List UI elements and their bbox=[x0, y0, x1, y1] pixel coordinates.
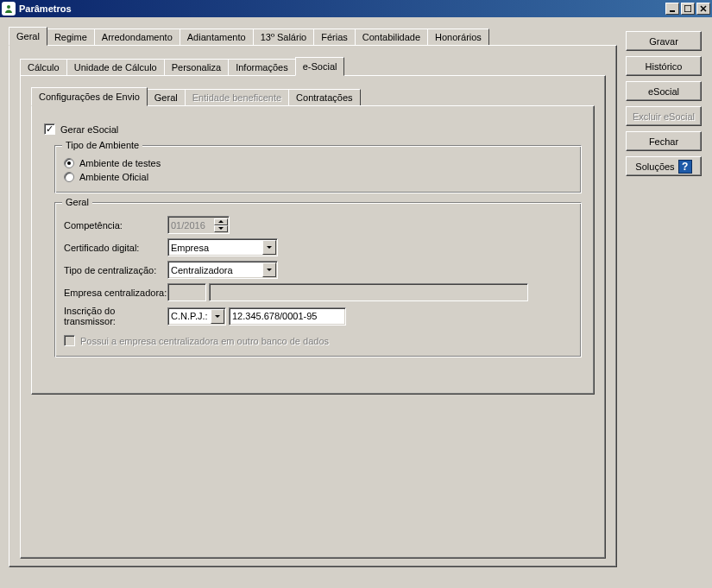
tabs-level3: Configurações de Envio Geral Entidade be… bbox=[31, 88, 595, 105]
tab-informacoes[interactable]: Informações bbox=[228, 59, 296, 75]
gerar-esocial-label: Gerar eSocial bbox=[60, 124, 118, 135]
gravar-button[interactable]: Gravar bbox=[626, 31, 702, 51]
certificado-select[interactable]: Empresa bbox=[167, 238, 278, 256]
empresa-centralizadora-label: Empresa centralizadora: bbox=[64, 288, 167, 298]
inscricao-label: Inscrição do transmissor: bbox=[64, 306, 167, 326]
inscricao-tipo-select[interactable]: C.N.P.J.: bbox=[167, 307, 226, 326]
empresa-centralizadora-name bbox=[209, 283, 528, 301]
tab-config-envio[interactable]: Configurações de Envio bbox=[31, 87, 148, 106]
app-icon bbox=[2, 2, 16, 16]
tab-honorarios[interactable]: Honorários bbox=[427, 28, 489, 45]
tab-contratacoes[interactable]: Contratações bbox=[288, 89, 360, 105]
chevron-down-icon bbox=[211, 309, 224, 324]
fieldset-geral: Geral Competência: 01/2016 bbox=[54, 202, 582, 357]
svg-rect-1 bbox=[670, 10, 675, 12]
tab-13salario[interactable]: 13º Salário bbox=[253, 28, 315, 45]
possui-centralizadora-label: Possui a empresa centralizadora em outro… bbox=[80, 336, 329, 346]
centralizacao-select[interactable]: Centralizadora bbox=[167, 261, 278, 279]
centralizacao-label: Tipo de centralização: bbox=[64, 265, 167, 275]
tab-geral[interactable]: Geral bbox=[9, 27, 47, 46]
competencia-spin-up bbox=[214, 218, 228, 225]
competencia-spin-down bbox=[214, 225, 228, 232]
possui-centralizadora-checkbox bbox=[64, 335, 75, 346]
radio-ambiente-oficial[interactable] bbox=[64, 172, 74, 182]
solucoes-button[interactable]: Soluções ? bbox=[626, 156, 702, 176]
window-title: Parâmetros bbox=[19, 3, 665, 14]
tab-personaliza[interactable]: Personaliza bbox=[164, 59, 229, 75]
fieldset-ambiente: Tipo de Ambiente Ambiente de testes Ambi… bbox=[54, 145, 582, 193]
svg-rect-2 bbox=[684, 5, 691, 12]
titlebar: Parâmetros bbox=[0, 0, 712, 17]
tab-entidade-beneficente: Entidade beneficente bbox=[185, 89, 289, 105]
empresa-centralizadora-code bbox=[167, 283, 206, 301]
tab-adiantamento[interactable]: Adiantamento bbox=[180, 28, 254, 45]
inscricao-input[interactable]: 12.345.678/0001-95 bbox=[229, 307, 346, 326]
fechar-button[interactable]: Fechar bbox=[626, 131, 702, 151]
excluir-esocial-button: Excluir eSocial bbox=[626, 106, 702, 126]
geral-legend: Geral bbox=[62, 197, 92, 207]
competencia-input: 01/2016 bbox=[167, 216, 230, 234]
help-icon: ? bbox=[678, 160, 692, 174]
historico-button[interactable]: Histórico bbox=[626, 56, 702, 76]
tab-arredondamento[interactable]: Arredondamento bbox=[94, 28, 180, 45]
tab-unidade-calculo[interactable]: Unidade de Cálculo bbox=[66, 59, 165, 75]
maximize-button[interactable] bbox=[681, 3, 695, 15]
close-button[interactable] bbox=[696, 3, 710, 15]
tabs-level1: Geral Regime Arredondamento Adiantamento… bbox=[9, 28, 617, 45]
tab-ferias[interactable]: Férias bbox=[313, 28, 356, 45]
chevron-down-icon bbox=[262, 262, 276, 277]
competencia-label: Competência: bbox=[64, 220, 167, 231]
certificado-label: Certificado digital: bbox=[64, 243, 167, 253]
svg-point-0 bbox=[7, 5, 10, 9]
tab-regime[interactable]: Regime bbox=[47, 28, 95, 45]
chevron-down-icon bbox=[262, 240, 276, 255]
radio-ambiente-oficial-label: Ambiente Oficial bbox=[79, 172, 148, 182]
radio-ambiente-testes-label: Ambiente de testes bbox=[79, 158, 161, 168]
tab-contabilidade[interactable]: Contabilidade bbox=[355, 28, 428, 45]
radio-ambiente-testes[interactable] bbox=[64, 158, 74, 168]
gerar-esocial-checkbox[interactable]: ✓ bbox=[44, 123, 55, 135]
tab-esocial[interactable]: e-Social bbox=[295, 57, 345, 76]
esocial-button[interactable]: eSocial bbox=[626, 81, 702, 101]
tabs-level2: Cálculo Unidade de Cálculo Personaliza I… bbox=[20, 58, 606, 75]
ambiente-legend: Tipo de Ambiente bbox=[62, 140, 142, 150]
tab-geral-inner[interactable]: Geral bbox=[147, 89, 186, 105]
tab-calculo[interactable]: Cálculo bbox=[20, 59, 67, 75]
minimize-button[interactable] bbox=[665, 3, 679, 15]
